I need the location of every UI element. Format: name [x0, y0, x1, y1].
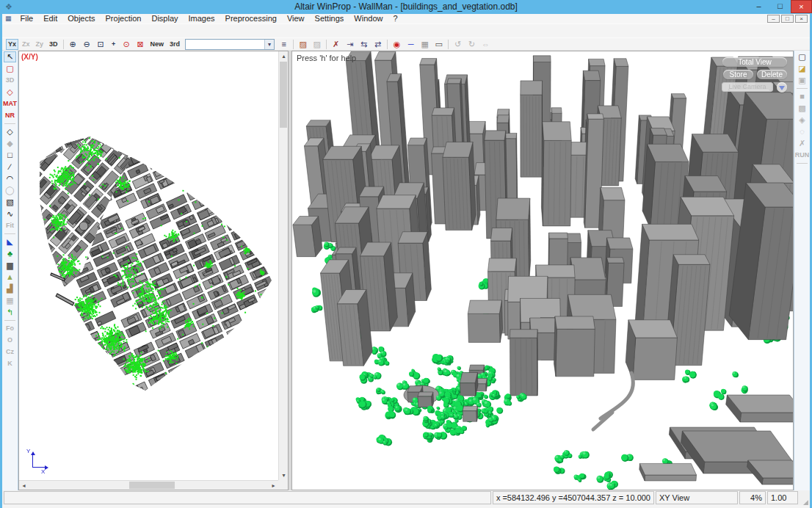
measure-line-button[interactable]: ─ [405, 39, 417, 50]
menu-item-view[interactable]: View [282, 14, 310, 23]
delete-selection-button[interactable]: ✗ [330, 39, 342, 50]
wall-tool-button[interactable]: ▆ [4, 260, 16, 271]
view-2d-pane[interactable]: (X/Y) Y X ▴ ▾ ◂ ▸ [18, 51, 289, 490]
draw-arc-tool-button[interactable]: ◠ [4, 173, 16, 184]
menu-item-window[interactable]: Window [349, 14, 388, 23]
menu-item-edit[interactable]: Edit [38, 14, 62, 23]
map-2d-canvas[interactable] [19, 51, 278, 480]
zoom-point-button[interactable]: ⊙ [120, 39, 133, 50]
minimize-button[interactable]: – [748, 0, 769, 13]
menu-item-display[interactable]: Display [146, 14, 183, 23]
toolbar-separator [797, 88, 808, 89]
mdi-restore-button[interactable]: □ [781, 15, 794, 23]
screen-button[interactable]: ▭ [432, 39, 445, 50]
selection-combobox[interactable]: ▾ [185, 39, 275, 50]
mdi-buttons: – □ × [767, 15, 810, 23]
antenna-point-button[interactable]: ◉ [391, 39, 403, 50]
toolbar-separator [448, 40, 449, 49]
draw-spline-tool-button[interactable]: ∿ [4, 208, 16, 219]
zoom-window-button[interactable]: ⊡ [95, 39, 107, 50]
material-mode-button[interactable]: MAT [1, 98, 19, 109]
horizontal-scrollbar[interactable]: ◂ ▸ [19, 480, 278, 490]
select-3d-button: 3D [4, 75, 17, 86]
edit-select-button[interactable]: ↖ [4, 51, 16, 62]
zoom-in-button[interactable]: ⊕ [67, 39, 79, 50]
scroll-left-icon[interactable]: ◂ [19, 481, 29, 490]
menu-item-settings[interactable]: Settings [310, 14, 349, 23]
vegetation-tool-button[interactable]: ♣ [4, 248, 16, 259]
fit-button: Fit [4, 220, 16, 231]
menu-item-help[interactable]: ? [388, 14, 402, 23]
draw-polygon-tool-button[interactable]: ◇ [4, 126, 16, 137]
view-3d-pane[interactable]: Press 'h' for help Total View Store Dele… [291, 51, 794, 490]
scroll-right-icon[interactable]: ▸ [269, 481, 278, 490]
toolbar-separator [4, 123, 15, 124]
maximize-button[interactable]: □ [769, 0, 791, 13]
connect-2-button[interactable]: ⇆ [358, 39, 370, 50]
nr-mode-button[interactable]: NR [3, 110, 17, 121]
mdi-minimize-button[interactable]: – [767, 15, 780, 23]
select-rectangle-button[interactable]: ▢ [4, 63, 16, 74]
close-button[interactable]: × [791, 0, 812, 13]
status-zoom: 4% [739, 491, 766, 504]
status-view-name: XY View [656, 491, 738, 504]
axis-y-label: Y [26, 448, 30, 454]
resize-grip[interactable] [800, 491, 808, 504]
new-project-button[interactable]: ▢ [796, 51, 808, 62]
convert-tool-button[interactable]: ◣ [4, 236, 16, 247]
view-xy-button[interactable]: Yx [6, 39, 18, 50]
view-3d-button[interactable]: 3D [47, 39, 60, 50]
zoom-reset-button[interactable]: ⊠ [134, 39, 147, 50]
zoom-out-button[interactable]: ⊖ [81, 39, 93, 50]
connect-3-button[interactable]: ⇄ [371, 39, 384, 50]
draw-rectangle-tool-button[interactable]: □ [4, 150, 16, 161]
open-project-button[interactable]: ◪ [796, 63, 808, 74]
scrollbar-corner [278, 480, 288, 490]
window-title: Altair WinProp - WallMan - [buildings_an… [0, 1, 812, 12]
camera-overlay: Total View Store Delete Live Camera [721, 57, 787, 92]
live-camera-button[interactable]: Live Camera [722, 82, 773, 92]
draw-polygon-hole-button: ◆ [4, 138, 16, 149]
zoom-extent-button[interactable]: + [109, 39, 119, 50]
menu-item-objects[interactable]: Objects [62, 14, 100, 23]
toolbar-separator [4, 320, 15, 321]
horizontal-scroll-thumb[interactable] [129, 482, 175, 489]
status-coordinates: x =584132.496 y =4507044.357 z = 10.000 [493, 491, 654, 504]
scroll-up-icon[interactable]: ▴ [279, 51, 289, 61]
connect-1-button[interactable]: ⇥ [344, 39, 356, 50]
store-button[interactable]: Store [723, 70, 753, 79]
scroll-down-icon[interactable]: ▾ [279, 471, 289, 480]
help-hint: Press 'h' for help [297, 54, 356, 62]
app-window: ❖ Altair WinProp - WallMan - [buildings_… [0, 0, 812, 508]
draw-line-tool-button[interactable]: ∕ [4, 162, 16, 173]
delete-button[interactable]: Delete [757, 70, 787, 79]
edit-toolbar: ↖▢3D◇MATNR◇◆□∕◠◯▧∿Fit◣♣▆▲▟▦↰FoOCzK [2, 51, 18, 490]
toolbar-separator [797, 163, 808, 164]
combobox-dropdown-icon[interactable]: ▾ [264, 40, 274, 49]
verify-button: ✗ [796, 138, 808, 149]
grid-button[interactable]: ▦ [418, 39, 431, 50]
vertical-scrollbar[interactable]: ▴ ▾ [278, 51, 288, 480]
menu-item-projection[interactable]: Projection [101, 14, 147, 23]
select-polygon-button[interactable]: ◇ [4, 87, 16, 98]
third-view-button[interactable]: 3rd [167, 39, 182, 50]
camera-dropdown-button[interactable] [777, 82, 787, 92]
vertical-scroll-thumb[interactable] [280, 62, 287, 128]
display-settings-2-button: ▨ [311, 39, 323, 50]
step-back-button[interactable]: ↰ [4, 307, 16, 318]
run-button: RUN [793, 150, 812, 161]
menu-item-file[interactable]: File [15, 14, 39, 23]
new-view-button[interactable]: New [148, 39, 167, 50]
display-settings-button[interactable]: ▨ [297, 39, 309, 50]
combobox-input[interactable] [186, 40, 264, 48]
toolbar-separator [387, 40, 388, 49]
menu-item-preprocessing[interactable]: Preprocessing [220, 14, 282, 23]
draw-box-tool-button[interactable]: ▧ [4, 197, 16, 208]
menu-item-images[interactable]: Images [184, 14, 220, 23]
scene-3d-canvas[interactable] [292, 51, 793, 490]
mdi-close-button[interactable]: × [795, 15, 808, 23]
terrain-tool-button[interactable]: ▲ [4, 272, 16, 283]
total-view-button[interactable]: Total View [722, 57, 787, 67]
tower-tool-button[interactable]: ▟ [4, 283, 16, 294]
layer-list-button[interactable]: ≡ [278, 39, 290, 50]
